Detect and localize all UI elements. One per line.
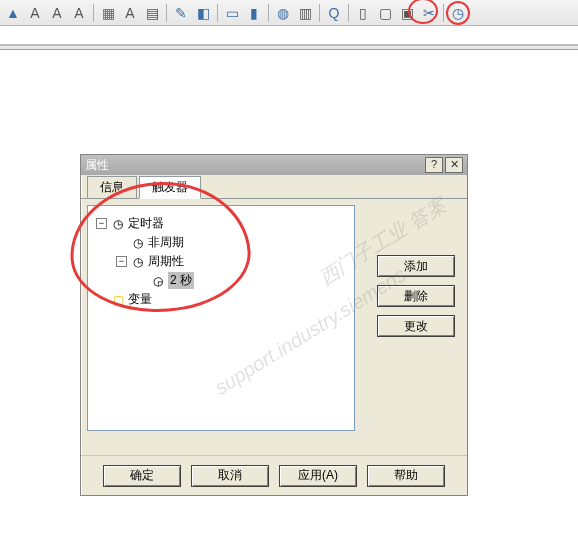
collapse-icon[interactable]: − — [96, 218, 107, 229]
toolbar-separator — [443, 4, 444, 22]
trigger-tree: − ◷ 定时器 ◷ 非周期 − ◷ 周期性 ◶ 2 秒 — [94, 214, 348, 309]
chart-icon[interactable]: ▥ — [295, 3, 315, 23]
tab-strip: 信息 触发器 — [81, 175, 467, 199]
pointer-icon[interactable]: ▲ — [3, 3, 23, 23]
help-button-bottom[interactable]: 帮助 — [367, 465, 445, 487]
help-button[interactable]: ? — [425, 157, 443, 173]
dialog-title: 属性 — [85, 157, 423, 174]
sub-toolbar — [0, 44, 578, 50]
main-toolbar: ▲AAA▦A▤✎◧▭▮◍▥Q▯▢▣✂◷ — [0, 0, 578, 26]
timer-icon: ◶ — [151, 274, 165, 288]
collapse-icon[interactable]: − — [116, 256, 127, 267]
add-button[interactable]: 添加 — [377, 255, 455, 277]
tree-label: 变量 — [128, 291, 152, 308]
delete-button[interactable]: 删除 — [377, 285, 455, 307]
archive-icon[interactable]: ▢ — [375, 3, 395, 23]
clock-icon: ◷ — [111, 217, 125, 231]
tree-node-periodic[interactable]: − ◷ 周期性 — [116, 252, 348, 271]
trigger-tree-panel: − ◷ 定时器 ◷ 非周期 − ◷ 周期性 ◶ 2 秒 — [87, 205, 355, 431]
modify-button[interactable]: 更改 — [377, 315, 455, 337]
tree-node-aperiodic[interactable]: ◷ 非周期 — [116, 233, 348, 252]
palette-icon[interactable]: ▦ — [98, 3, 118, 23]
clock-icon: ◷ — [131, 255, 145, 269]
a-slash-icon[interactable]: A — [47, 3, 67, 23]
apply-button[interactable]: 应用(A) — [279, 465, 357, 487]
close-button[interactable]: ✕ — [445, 157, 463, 173]
cancel-button[interactable]: 取消 — [191, 465, 269, 487]
dialog-button-row: 确定 取消 应用(A) 帮助 — [81, 455, 467, 495]
package-icon[interactable]: ▣ — [397, 3, 417, 23]
brush-icon[interactable]: ▤ — [142, 3, 162, 23]
text-a-icon[interactable]: A — [25, 3, 45, 23]
a-italic-icon[interactable]: A — [69, 3, 89, 23]
window-icon[interactable]: ◧ — [193, 3, 213, 23]
clock-icon: ◷ — [131, 236, 145, 250]
dialog-titlebar[interactable]: 属性 ? ✕ — [81, 155, 467, 175]
ok-button[interactable]: 确定 — [103, 465, 181, 487]
font-color-icon[interactable]: A — [120, 3, 140, 23]
wrench-icon[interactable]: ✎ — [171, 3, 191, 23]
tab-trigger[interactable]: 触发器 — [139, 176, 201, 199]
toolbar-separator — [166, 4, 167, 22]
tree-node-variable[interactable]: ▢ 变量 — [96, 290, 348, 309]
toolbar-separator — [319, 4, 320, 22]
properties-dialog: 属性 ? ✕ 信息 触发器 − ◷ 定时器 ◷ 非周期 − ◷ — [80, 154, 468, 496]
toolbar-separator — [268, 4, 269, 22]
fill-icon[interactable]: ▮ — [244, 3, 264, 23]
tree-label: 定时器 — [128, 215, 164, 232]
folder-icon[interactable]: ▯ — [353, 3, 373, 23]
tree-node-interval[interactable]: ◶ 2 秒 — [136, 271, 348, 290]
scissors-icon[interactable]: ✂ — [419, 3, 439, 23]
clock-icon[interactable]: ◷ — [448, 3, 468, 23]
variable-icon: ▢ — [111, 293, 125, 307]
search-icon[interactable]: Q — [324, 3, 344, 23]
tab-info[interactable]: 信息 — [87, 176, 137, 198]
panel-icon[interactable]: ▭ — [222, 3, 242, 23]
globe-icon[interactable]: ◍ — [273, 3, 293, 23]
tree-label: 非周期 — [148, 234, 184, 251]
toolbar-separator — [217, 4, 218, 22]
toolbar-separator — [93, 4, 94, 22]
tree-label: 周期性 — [148, 253, 184, 270]
side-button-group: 添加 删除 更改 — [377, 255, 455, 337]
tree-node-timer[interactable]: − ◷ 定时器 — [96, 214, 348, 233]
toolbar-separator — [348, 4, 349, 22]
tree-label-selected: 2 秒 — [168, 272, 194, 289]
